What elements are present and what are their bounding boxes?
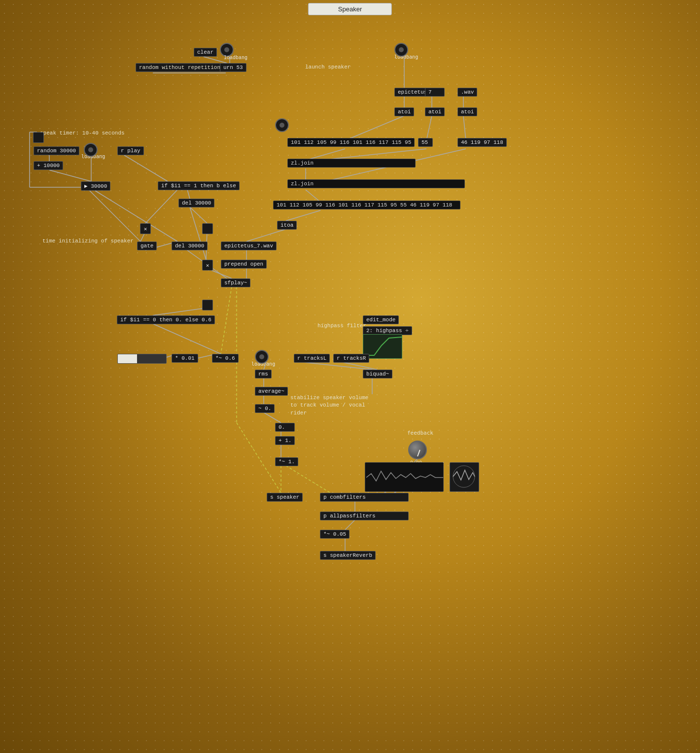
if-si1-0-node[interactable]: if $i1 == 0 then 0. else 0.6 — [117, 315, 215, 324]
rplay-node[interactable]: r play — [117, 146, 144, 155]
toggle1-node[interactable] — [202, 223, 213, 234]
highpass-comment: highpass filter — [315, 322, 369, 330]
multtilde1-node[interactable]: *~ 1. — [275, 457, 298, 466]
loadbang1-label: loadbang — [221, 54, 250, 62]
random-without-node: random without repetitions — [136, 63, 227, 72]
r-tracksL-node[interactable]: r tracksL — [294, 354, 330, 363]
atoi1-node[interactable]: atoi — [394, 107, 414, 116]
atoi3-node[interactable]: atoi — [457, 107, 477, 116]
epictetus-wav-node: epictetus_7.wav — [221, 241, 277, 250]
rms-node[interactable]: rms — [255, 370, 272, 378]
feedback-dial[interactable] — [408, 441, 427, 459]
multtilde005-node[interactable]: *~ 0.05 — [320, 530, 350, 539]
feedback-label: feedback — [407, 430, 433, 436]
loadbang4-node[interactable] — [255, 350, 269, 364]
num0-node[interactable]: 0. — [275, 423, 295, 432]
speak-timer-node: speak timer: 10-40 seconds — [37, 129, 128, 137]
wav-node[interactable]: .wav — [457, 88, 477, 97]
mult06-node[interactable]: *~ 0.6 — [212, 354, 239, 363]
num7-node[interactable]: 7 — [425, 88, 445, 97]
p-allpassfilters-node[interactable]: p allpassfilters — [320, 512, 409, 520]
plus1-node[interactable]: + 1. — [275, 436, 295, 445]
urn53-node[interactable]: urn 53 — [220, 63, 246, 72]
num30000-node[interactable]: ▶ 30000 — [81, 181, 110, 191]
average-node[interactable]: average~ — [255, 387, 288, 396]
mult001-node[interactable]: * 0.01 — [172, 354, 198, 363]
atoi2-node[interactable]: atoi — [425, 107, 445, 116]
itoa-node[interactable]: itoa — [277, 221, 297, 230]
toggle2-node[interactable] — [202, 300, 213, 310]
cross2-node[interactable]: ✕ — [202, 260, 213, 271]
slider-node[interactable] — [117, 354, 167, 364]
stabilize-comment: stabilize speaker volume to track volume… — [287, 393, 376, 418]
svg-point-60 — [453, 466, 475, 487]
num55-node[interactable]: 55 — [418, 138, 433, 147]
filter-curve — [364, 336, 402, 358]
p-combfilters-node[interactable]: p combfilters — [320, 493, 409, 502]
sfplay-node[interactable]: sfplay~ — [221, 278, 250, 287]
loadbang3-node[interactable] — [84, 143, 98, 157]
reverb-display-node — [365, 462, 444, 492]
random30000-node[interactable]: random 30000 — [34, 146, 79, 155]
bang-center[interactable] — [275, 118, 289, 132]
num-all-node: 101 112 105 99 116 101 116 117 115 95 55… — [273, 201, 460, 209]
del30000a-node[interactable]: del 30000 — [178, 199, 214, 207]
dots-pattern — [0, 0, 700, 753]
s-speaker-node[interactable]: s speaker — [267, 493, 303, 502]
scope-display-node — [450, 462, 479, 492]
num46-node: 46 119 97 118 — [457, 138, 507, 147]
zljoin2-node[interactable]: zl.join — [287, 179, 465, 188]
time-init-comment: time initializing of speaker — [39, 237, 137, 245]
gate-node[interactable]: gate — [137, 241, 157, 250]
toggle-speak[interactable] — [33, 132, 44, 143]
cross1-node[interactable]: ✕ — [140, 223, 151, 234]
biquad-node[interactable]: biquad~ — [363, 370, 392, 378]
scope-waveform — [450, 463, 478, 490]
zljoin1-node[interactable]: zl.join — [287, 159, 416, 168]
loadbang2-node[interactable] — [394, 43, 408, 57]
launch-speaker-node: launch speaker — [302, 63, 353, 71]
num-101-112-node: 101 112 105 99 116 101 116 117 115 95 — [287, 138, 415, 147]
reverb-waveform — [366, 464, 443, 491]
prepend-open-node[interactable]: prepend open — [221, 260, 267, 269]
s-speakReverb-node[interactable]: s speakerReverb — [320, 551, 376, 560]
plus10000-node[interactable]: + 10000 — [34, 161, 63, 170]
sig0-node[interactable]: ~ 0. — [255, 404, 275, 413]
slider-fill — [118, 354, 137, 363]
clear-node[interactable]: clear — [194, 48, 217, 57]
r-tracksR-node[interactable]: r tracksR — [333, 354, 369, 363]
window-title: Speaker — [308, 3, 392, 15]
del30000b-node[interactable]: del 30000 — [172, 241, 208, 250]
if-si1-node[interactable]: if $i1 == 1 then b else — [158, 181, 240, 190]
